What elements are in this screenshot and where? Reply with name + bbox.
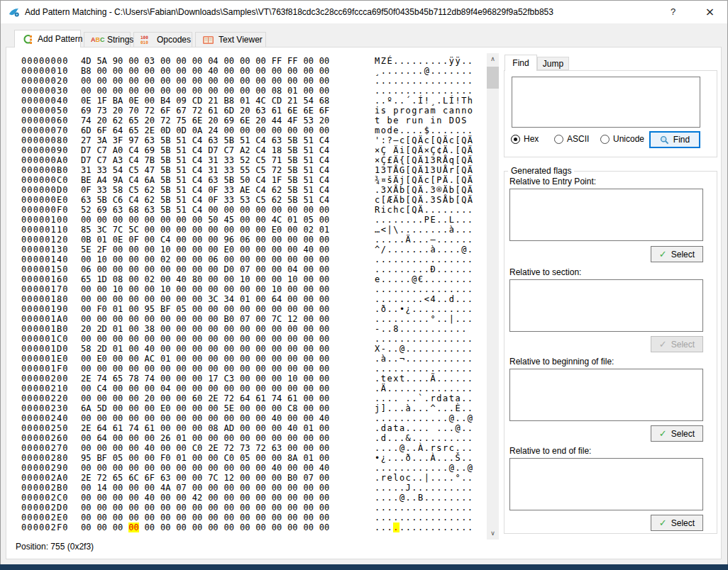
hex-byte[interactable]: 00	[176, 334, 187, 344]
hex-byte[interactable]: 00	[208, 86, 219, 96]
hex-byte[interactable]: 69	[145, 145, 155, 155]
hex-byte[interactable]: 00	[208, 483, 219, 493]
hex-byte[interactable]: 51	[176, 185, 187, 195]
hex-byte[interactable]: 00	[113, 463, 123, 473]
hex-byte[interactable]: 00	[224, 433, 235, 443]
hex-byte[interactable]: 00	[303, 205, 314, 215]
hex-byte[interactable]: 8A	[287, 453, 298, 463]
radio-unicode-dot[interactable]	[600, 135, 610, 144]
hex-byte[interactable]: 5B	[160, 185, 171, 195]
hex-byte[interactable]: 52	[81, 205, 92, 215]
hex-byte[interactable]: 00	[81, 304, 92, 314]
hex-byte[interactable]: 00	[208, 522, 219, 532]
hex-byte[interactable]: 00	[287, 284, 298, 294]
hex-byte[interactable]: 00	[319, 125, 330, 135]
hex-byte[interactable]: 00	[255, 483, 266, 493]
hex-byte[interactable]: 00	[128, 483, 139, 493]
hex-byte[interactable]: 00	[81, 433, 92, 443]
radio-hex[interactable]: Hex	[511, 134, 539, 144]
hex-byte[interactable]: 20	[113, 106, 123, 116]
hex-byte[interactable]: 00	[113, 513, 123, 522]
hex-byte[interactable]: 00	[303, 354, 314, 364]
hex-byte[interactable]: 00	[208, 344, 219, 354]
hex-byte[interactable]: 08	[208, 423, 219, 433]
hex-byte[interactable]: 00	[160, 76, 171, 86]
hex-byte[interactable]: 00	[319, 324, 330, 334]
hex-byte[interactable]: 00	[128, 384, 139, 393]
hex-byte[interactable]: 00	[208, 354, 219, 364]
hex-ascii[interactable]: .à..¬...........	[375, 354, 474, 364]
hex-byte[interactable]: 00	[255, 66, 266, 76]
hex-byte[interactable]: 9A	[113, 175, 123, 185]
hex-byte[interactable]: 00	[303, 125, 314, 135]
hex-byte[interactable]: 31	[208, 165, 219, 175]
radio-unicode[interactable]: Unicode	[600, 134, 644, 144]
hex-byte[interactable]: D7	[81, 145, 92, 155]
hex-byte[interactable]: 00	[287, 125, 298, 135]
hex-byte[interactable]: BE	[81, 175, 92, 185]
hex-byte[interactable]: C4	[255, 175, 266, 185]
hex-byte[interactable]: 00	[128, 76, 139, 86]
hex-byte[interactable]: 00	[192, 433, 203, 443]
hex-byte[interactable]: 00	[208, 284, 219, 294]
hex-byte[interactable]: B8	[224, 96, 235, 106]
hex-byte[interactable]: 72	[160, 116, 171, 125]
hex-byte[interactable]: 6D	[81, 125, 92, 135]
hex-byte[interactable]: 00	[145, 76, 155, 86]
hex-byte[interactable]: 00	[208, 413, 219, 423]
hex-byte[interactable]: 00	[192, 235, 203, 245]
hex-byte[interactable]: 90	[113, 56, 123, 66]
hex-byte[interactable]: 00	[128, 433, 139, 443]
hex-byte[interactable]: 00	[176, 225, 187, 235]
hex-byte[interactable]: 50	[208, 215, 219, 225]
hex-ascii[interactable]: ................	[375, 513, 474, 522]
hex-byte[interactable]: 02	[303, 225, 314, 235]
hex-byte[interactable]: 00	[224, 284, 235, 294]
hex-byte[interactable]: 00	[81, 443, 92, 453]
hex-byte[interactable]: 00	[319, 433, 330, 443]
flags-entry-point-box[interactable]	[509, 189, 703, 241]
hex-byte[interactable]: 00	[319, 483, 330, 493]
hex-byte[interactable]: 00	[303, 493, 314, 503]
hex-byte[interactable]: 00	[81, 483, 92, 493]
hex-byte[interactable]: 00	[303, 264, 314, 274]
hex-byte[interactable]: 00	[240, 225, 250, 235]
hex-byte[interactable]: 00	[192, 384, 203, 393]
hex-byte[interactable]: 00	[160, 66, 171, 76]
hex-byte[interactable]: 0A	[192, 125, 203, 135]
hex-byte[interactable]: 00	[303, 324, 314, 334]
hex-byte[interactable]: 00	[192, 423, 203, 433]
hex-byte[interactable]: 4F	[287, 116, 298, 125]
hex-byte[interactable]: 00	[255, 522, 266, 532]
hex-byte[interactable]: 00	[208, 433, 219, 443]
hex-byte[interactable]: 00	[96, 334, 107, 344]
hex-byte[interactable]: 00	[287, 354, 298, 364]
hex-byte[interactable]: 00	[145, 215, 155, 225]
hex-byte[interactable]: 00	[192, 344, 203, 354]
hex-byte[interactable]: 97	[128, 135, 139, 145]
hex-byte[interactable]: 5B	[287, 175, 298, 185]
hex-byte[interactable]: 00	[96, 76, 107, 86]
hex-byte[interactable]: 00	[319, 235, 330, 245]
hex-byte[interactable]: 20	[81, 324, 92, 334]
hex-byte[interactable]: 51	[303, 135, 314, 145]
hex-byte[interactable]: 51	[176, 135, 187, 145]
hex-byte[interactable]: 00	[176, 393, 187, 403]
flags-beginning-box[interactable]	[509, 369, 703, 421]
hex-byte[interactable]: 00	[255, 264, 266, 274]
hex-byte[interactable]: 00	[224, 522, 235, 532]
hex-ascii[interactable]: .........°..|...	[375, 314, 474, 324]
hex-byte[interactable]: 10	[272, 284, 282, 294]
hex-byte[interactable]: E0	[96, 354, 107, 364]
hex-byte[interactable]: 00	[81, 354, 92, 364]
hex-byte[interactable]: 00	[287, 225, 298, 235]
hex-byte[interactable]: 00	[176, 235, 187, 245]
hex-byte[interactable]: 02	[160, 255, 171, 264]
hex-byte[interactable]: 00	[176, 66, 187, 76]
hex-byte[interactable]: 00	[319, 245, 330, 255]
hex-byte[interactable]: A0	[113, 145, 123, 155]
hex-byte[interactable]: 5B	[160, 205, 171, 215]
hex-byte[interactable]: 6F	[319, 106, 330, 116]
hex-byte[interactable]: 53	[303, 116, 314, 125]
hex-byte[interactable]: 40	[145, 344, 155, 354]
